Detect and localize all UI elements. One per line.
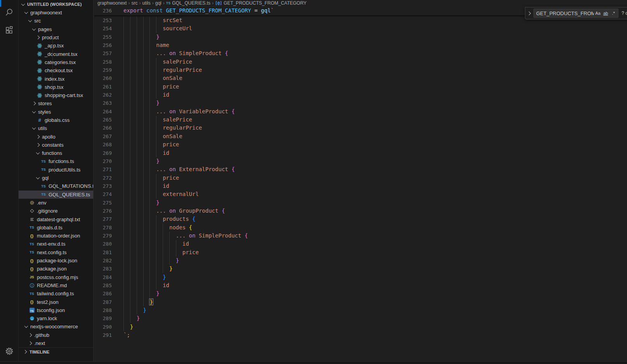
tree-file-categories.tsx[interactable]: categories.tsx (19, 58, 93, 66)
tree-file-package.json[interactable]: {}package.json (19, 265, 93, 273)
tree-file-datatest-graphql.txt[interactable]: datatest-graphql.txt (19, 215, 93, 223)
breadcrumb-item-utils[interactable]: utils (142, 0, 150, 6)
tree-indent-guide (55, 157, 55, 174)
breadcrumb-item-src[interactable]: src (131, 0, 137, 6)
code-line-261[interactable]: 261price (94, 83, 627, 91)
breadcrumb-item-gql[interactable]: gql (155, 0, 162, 6)
tree-folder-gql[interactable]: gql (19, 174, 93, 182)
tree-file-globals.d.ts[interactable]: TSglobals.d.ts (19, 224, 93, 232)
tree-file-_app.tsx[interactable]: _app.tsx (19, 42, 93, 50)
extensions-icon[interactable] (5, 26, 14, 35)
tree-folder-utils[interactable]: utils (19, 124, 93, 132)
find-input[interactable]: GET_PRODUCTS_FROM_C Aaab.* (533, 9, 618, 18)
tree-file-postcss.config.mjs[interactable]: JSpostcss.config.mjs (19, 273, 93, 281)
code-line-257[interactable]: 257... on SimpleProduct { (94, 49, 627, 57)
tree-file-productUtils.ts[interactable]: TSproductUtils.ts (19, 166, 93, 174)
code-line-267[interactable]: 267onSale (94, 132, 627, 140)
explorer-tree: graphwoonextsrcpagesproduct_app.tsx_docu… (19, 9, 93, 347)
tree-folder-constants[interactable]: constants (19, 141, 93, 149)
tree-file-README.md[interactable]: README.md (19, 281, 93, 289)
tree-folder-styles[interactable]: styles (19, 108, 93, 116)
code-line-280[interactable]: 280id (94, 240, 627, 248)
match-case-toggle-icon[interactable]: Aa (594, 9, 602, 17)
code-line-275[interactable]: 275} (94, 199, 627, 207)
code-line-287[interactable]: 287} (94, 298, 627, 306)
code-line-290[interactable]: 290} (94, 323, 627, 331)
code-line-264[interactable]: 264... on VariableProduct { (94, 107, 627, 116)
tree-folder-apollo[interactable]: apollo (19, 132, 93, 140)
breadcrumb-item-graphwoonext[interactable]: graphwoonext (97, 0, 127, 6)
tree-file-mutation-order.json[interactable]: {}mutation-order.json (19, 232, 93, 240)
code-line-256[interactable]: 256name (94, 41, 627, 49)
tree-file-GQL_MUTATIONS.ts[interactable]: TSGQL_MUTATIONS.ts (19, 182, 93, 190)
tree-folder-graphwoonext[interactable]: graphwoonext (19, 9, 93, 17)
code-line-259[interactable]: 259regularPrice (94, 66, 627, 74)
react-file-icon (36, 43, 43, 49)
code-line-265[interactable]: 265salePrice (94, 116, 627, 124)
code-line-284[interactable]: 284} (94, 273, 627, 281)
code-line-255[interactable]: 255} (94, 33, 627, 41)
tree-folder-nextjs-woocommerce[interactable]: nextjs-woocommerce (19, 322, 93, 331)
tree-file-shop.tsx[interactable]: shop.tsx (19, 83, 93, 91)
tree-folder-product[interactable]: product (19, 33, 93, 42)
timeline-section-header[interactable]: TIMELINE (19, 347, 93, 356)
code-line-276[interactable]: 276... on GroupProduct { (94, 207, 627, 215)
code-line-273[interactable]: 273id (94, 182, 627, 190)
code-line-270[interactable]: 270} (94, 157, 627, 165)
code-line-263[interactable]: 263} (94, 99, 627, 107)
tree-folder-stores[interactable]: stores (19, 99, 93, 107)
whole-word-toggle-icon[interactable]: ab (602, 9, 610, 17)
code-line-289[interactable]: 289} (94, 314, 627, 322)
code-line-277[interactable]: 277products { (94, 215, 627, 223)
tree-folder-.next[interactable]: .next (19, 339, 93, 347)
tree-folder-src[interactable]: src (19, 17, 93, 25)
code-line-285[interactable]: 285id (94, 281, 627, 289)
tree-folder-functions[interactable]: functions (19, 149, 93, 157)
tree-file-_document.tsx[interactable]: _document.tsx (19, 50, 93, 58)
tree-file-functions.ts[interactable]: TSfunctions.ts (19, 157, 93, 165)
code-line-288[interactable]: 288} (94, 306, 627, 314)
code-line-271[interactable]: 271... on ExternalProduct { (94, 165, 627, 173)
code-line-274[interactable]: 274externalUrl (94, 190, 627, 198)
tree-file-package-lock.json[interactable]: {}package-lock.json (19, 257, 93, 265)
tree-file-globals.css[interactable]: #globals.css (19, 116, 93, 124)
code-line-269[interactable]: 269id (94, 149, 627, 157)
code-area[interactable]: 253srcSet254sourceUrl255}256name257... o… (94, 16, 627, 339)
code-line-258[interactable]: 258salePrice (94, 58, 627, 66)
tree-file-tailwind.config.ts[interactable]: TStailwind.config.ts (19, 289, 93, 298)
tree-file-next-env.d.ts[interactable]: TSnext-env.d.ts (19, 240, 93, 248)
toggle-replace-chevron-icon[interactable] (527, 11, 531, 15)
workspace-section-header[interactable]: UNTITLED (WORKSPACE) (19, 0, 93, 9)
code-line-266[interactable]: 266regularPrice (94, 124, 627, 132)
code-line-286[interactable]: 286} (94, 289, 627, 298)
tree-folder-pages[interactable]: pages (19, 25, 93, 33)
settings-gear-icon[interactable] (5, 347, 14, 356)
code-line-254[interactable]: 254sourceUrl (94, 24, 627, 33)
tree-file-shopping-cart.tsx[interactable]: shopping-cart.tsx (19, 91, 93, 99)
code-line-283[interactable]: 283} (94, 265, 627, 273)
tree-file-index.tsx[interactable]: index.tsx (19, 75, 93, 83)
find-query-text[interactable]: GET_PRODUCTS_FROM_C (536, 10, 594, 16)
tree-file-yarn.lock[interactable]: yarn.lock (19, 314, 93, 322)
tree-file-test2.json[interactable]: {}test2.json (19, 298, 93, 306)
tree-file-checkout.tsx[interactable]: checkout.tsx (19, 66, 93, 75)
code-line-291[interactable]: 291`; (94, 331, 627, 339)
code-line-262[interactable]: 262id (94, 91, 627, 99)
tree-file-.gitignore[interactable]: .gitignore (19, 207, 93, 215)
breadcrumb-item-GQL_QUERIES.ts[interactable]: TSGQL_QUERIES.ts (166, 0, 210, 6)
tree-file-tsconfig.json[interactable]: TStsconfig.json (19, 306, 93, 314)
code-line-282[interactable]: 282} (94, 257, 627, 265)
code-line-281[interactable]: 281price (94, 248, 627, 257)
search-icon[interactable] (5, 8, 14, 17)
code-line-279[interactable]: 279... on SimpleProduct { (94, 232, 627, 240)
regex-toggle-icon[interactable]: .* (610, 9, 617, 17)
tree-file-next.config.ts[interactable]: TSnext.config.ts (19, 248, 93, 257)
tree-file-GQL_QUERIES.ts[interactable]: TSGQL_QUERIES.ts (19, 191, 93, 199)
code-line-278[interactable]: 278nodes { (94, 224, 627, 232)
tree-folder-.github[interactable]: .github (19, 331, 93, 339)
code-line-268[interactable]: 268price (94, 140, 627, 149)
code-line-272[interactable]: 272price (94, 174, 627, 182)
code-line-260[interactable]: 260onSale (94, 74, 627, 82)
tree-file-.env[interactable]: .env (19, 199, 93, 207)
breadcrumb-item-GET_PRODUCTS_FROM_CATEGORY[interactable]: [@]GET_PRODUCTS_FROM_CATEGORY (215, 0, 307, 6)
